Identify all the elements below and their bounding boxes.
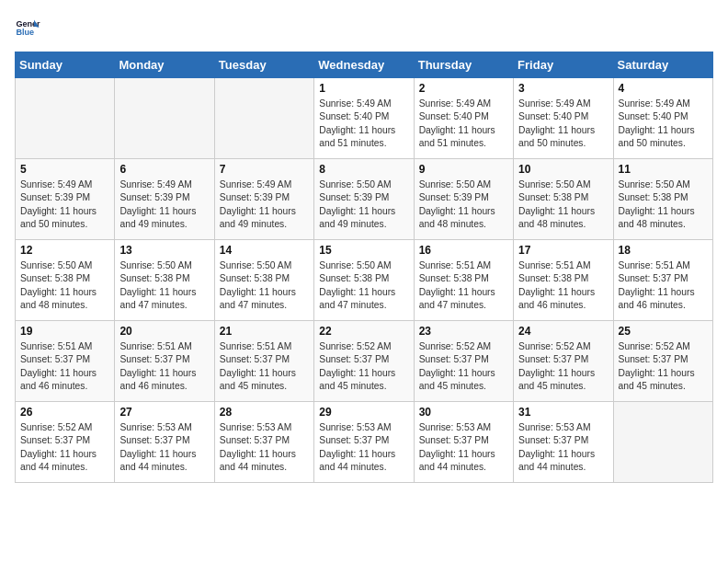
day-content: Sunrise: 5:49 AM Sunset: 5:39 PM Dayligh… xyxy=(119,178,209,232)
calendar-week-row: 19Sunrise: 5:51 AM Sunset: 5:37 PM Dayli… xyxy=(16,321,713,402)
day-number: 22 xyxy=(319,325,408,338)
logo-icon: General Blue xyxy=(15,15,40,40)
calendar-week-row: 26Sunrise: 5:52 AM Sunset: 5:37 PM Dayli… xyxy=(16,402,713,483)
logo: General Blue xyxy=(15,15,44,40)
day-number: 9 xyxy=(419,163,508,176)
day-content: Sunrise: 5:50 AM Sunset: 5:38 PM Dayligh… xyxy=(319,259,408,313)
day-number: 16 xyxy=(419,244,508,257)
calendar-cell: 25Sunrise: 5:52 AM Sunset: 5:37 PM Dayli… xyxy=(613,321,712,402)
calendar-cell xyxy=(16,78,115,159)
day-content: Sunrise: 5:50 AM Sunset: 5:38 PM Dayligh… xyxy=(619,178,708,232)
day-content: Sunrise: 5:49 AM Sunset: 5:40 PM Dayligh… xyxy=(619,98,708,151)
day-content: Sunrise: 5:53 AM Sunset: 5:37 PM Dayligh… xyxy=(518,421,608,475)
day-content: Sunrise: 5:50 AM Sunset: 5:38 PM Dayligh… xyxy=(20,259,109,313)
calendar-cell: 16Sunrise: 5:51 AM Sunset: 5:38 PM Dayli… xyxy=(414,240,513,321)
day-content: Sunrise: 5:53 AM Sunset: 5:37 PM Dayligh… xyxy=(220,421,309,475)
day-number: 31 xyxy=(518,406,608,419)
calendar-cell: 28Sunrise: 5:53 AM Sunset: 5:37 PM Dayli… xyxy=(214,402,313,483)
day-number: 8 xyxy=(319,163,408,176)
day-header-row: SundayMondayTuesdayWednesdayThursdayFrid… xyxy=(16,52,713,78)
day-content: Sunrise: 5:50 AM Sunset: 5:38 PM Dayligh… xyxy=(518,178,608,232)
day-content: Sunrise: 5:49 AM Sunset: 5:40 PM Dayligh… xyxy=(419,98,508,151)
day-number: 24 xyxy=(518,325,608,338)
day-number: 10 xyxy=(518,163,608,176)
day-content: Sunrise: 5:51 AM Sunset: 5:37 PM Dayligh… xyxy=(20,340,109,394)
calendar-cell: 11Sunrise: 5:50 AM Sunset: 5:38 PM Dayli… xyxy=(613,159,712,240)
calendar-cell: 18Sunrise: 5:51 AM Sunset: 5:37 PM Dayli… xyxy=(613,240,712,321)
day-content: Sunrise: 5:53 AM Sunset: 5:37 PM Dayligh… xyxy=(419,421,508,475)
calendar-cell xyxy=(214,78,313,159)
calendar-cell: 24Sunrise: 5:52 AM Sunset: 5:37 PM Dayli… xyxy=(514,321,613,402)
calendar-cell: 19Sunrise: 5:51 AM Sunset: 5:37 PM Dayli… xyxy=(16,321,115,402)
calendar-week-row: 12Sunrise: 5:50 AM Sunset: 5:38 PM Dayli… xyxy=(16,240,713,321)
day-number: 4 xyxy=(619,82,708,95)
day-content: Sunrise: 5:49 AM Sunset: 5:40 PM Dayligh… xyxy=(518,98,608,151)
day-number: 21 xyxy=(220,325,309,338)
day-content: Sunrise: 5:51 AM Sunset: 5:38 PM Dayligh… xyxy=(419,259,508,313)
page-header: General Blue xyxy=(15,15,713,40)
calendar-cell: 2Sunrise: 5:49 AM Sunset: 5:40 PM Daylig… xyxy=(414,78,513,159)
day-number: 30 xyxy=(419,406,508,419)
day-number: 14 xyxy=(220,244,309,257)
calendar-cell: 5Sunrise: 5:49 AM Sunset: 5:39 PM Daylig… xyxy=(16,159,115,240)
calendar-cell: 3Sunrise: 5:49 AM Sunset: 5:40 PM Daylig… xyxy=(514,78,613,159)
day-header-monday: Monday xyxy=(115,52,214,78)
day-content: Sunrise: 5:52 AM Sunset: 5:37 PM Dayligh… xyxy=(319,340,408,394)
calendar-cell: 31Sunrise: 5:53 AM Sunset: 5:37 PM Dayli… xyxy=(514,402,613,483)
calendar-table: SundayMondayTuesdayWednesdayThursdayFrid… xyxy=(15,52,713,483)
day-number: 25 xyxy=(619,325,708,338)
day-number: 15 xyxy=(319,244,408,257)
day-content: Sunrise: 5:52 AM Sunset: 5:37 PM Dayligh… xyxy=(419,340,508,394)
calendar-cell: 4Sunrise: 5:49 AM Sunset: 5:40 PM Daylig… xyxy=(613,78,712,159)
calendar-cell: 20Sunrise: 5:51 AM Sunset: 5:37 PM Dayli… xyxy=(115,321,214,402)
day-number: 6 xyxy=(119,163,209,176)
day-number: 29 xyxy=(319,406,408,419)
calendar-cell: 29Sunrise: 5:53 AM Sunset: 5:37 PM Dayli… xyxy=(314,402,414,483)
calendar-cell: 27Sunrise: 5:53 AM Sunset: 5:37 PM Dayli… xyxy=(115,402,214,483)
day-header-tuesday: Tuesday xyxy=(214,52,313,78)
day-content: Sunrise: 5:53 AM Sunset: 5:37 PM Dayligh… xyxy=(119,421,209,475)
day-number: 17 xyxy=(518,244,608,257)
day-number: 5 xyxy=(20,163,109,176)
calendar-cell: 21Sunrise: 5:51 AM Sunset: 5:37 PM Dayli… xyxy=(214,321,313,402)
calendar-cell: 30Sunrise: 5:53 AM Sunset: 5:37 PM Dayli… xyxy=(414,402,513,483)
day-content: Sunrise: 5:51 AM Sunset: 5:37 PM Dayligh… xyxy=(619,259,708,313)
day-header-thursday: Thursday xyxy=(414,52,513,78)
day-content: Sunrise: 5:52 AM Sunset: 5:37 PM Dayligh… xyxy=(20,421,109,475)
svg-text:Blue: Blue xyxy=(16,28,34,37)
calendar-cell: 26Sunrise: 5:52 AM Sunset: 5:37 PM Dayli… xyxy=(16,402,115,483)
day-content: Sunrise: 5:51 AM Sunset: 5:38 PM Dayligh… xyxy=(518,259,608,313)
calendar-cell xyxy=(613,402,712,483)
calendar-cell: 15Sunrise: 5:50 AM Sunset: 5:38 PM Dayli… xyxy=(314,240,414,321)
day-number: 3 xyxy=(518,82,608,95)
calendar-cell: 14Sunrise: 5:50 AM Sunset: 5:38 PM Dayli… xyxy=(214,240,313,321)
day-content: Sunrise: 5:53 AM Sunset: 5:37 PM Dayligh… xyxy=(319,421,408,475)
calendar-cell xyxy=(115,78,214,159)
day-number: 2 xyxy=(419,82,508,95)
calendar-week-row: 1Sunrise: 5:49 AM Sunset: 5:40 PM Daylig… xyxy=(16,78,713,159)
day-content: Sunrise: 5:52 AM Sunset: 5:37 PM Dayligh… xyxy=(619,340,708,394)
day-content: Sunrise: 5:49 AM Sunset: 5:39 PM Dayligh… xyxy=(20,178,109,232)
calendar-cell: 1Sunrise: 5:49 AM Sunset: 5:40 PM Daylig… xyxy=(314,78,414,159)
calendar-cell: 7Sunrise: 5:49 AM Sunset: 5:39 PM Daylig… xyxy=(214,159,313,240)
day-number: 28 xyxy=(220,406,309,419)
day-content: Sunrise: 5:51 AM Sunset: 5:37 PM Dayligh… xyxy=(220,340,309,394)
day-content: Sunrise: 5:50 AM Sunset: 5:38 PM Dayligh… xyxy=(119,259,209,313)
day-number: 19 xyxy=(20,325,109,338)
day-content: Sunrise: 5:50 AM Sunset: 5:39 PM Dayligh… xyxy=(419,178,508,232)
day-header-friday: Friday xyxy=(514,52,613,78)
day-content: Sunrise: 5:52 AM Sunset: 5:37 PM Dayligh… xyxy=(518,340,608,394)
day-number: 11 xyxy=(619,163,708,176)
day-number: 27 xyxy=(119,406,209,419)
calendar-cell: 12Sunrise: 5:50 AM Sunset: 5:38 PM Dayli… xyxy=(16,240,115,321)
day-header-saturday: Saturday xyxy=(613,52,712,78)
day-content: Sunrise: 5:49 AM Sunset: 5:39 PM Dayligh… xyxy=(220,178,309,232)
calendar-cell: 23Sunrise: 5:52 AM Sunset: 5:37 PM Dayli… xyxy=(414,321,513,402)
calendar-cell: 6Sunrise: 5:49 AM Sunset: 5:39 PM Daylig… xyxy=(115,159,214,240)
day-content: Sunrise: 5:49 AM Sunset: 5:40 PM Dayligh… xyxy=(319,98,408,151)
day-header-wednesday: Wednesday xyxy=(314,52,414,78)
calendar-week-row: 5Sunrise: 5:49 AM Sunset: 5:39 PM Daylig… xyxy=(16,159,713,240)
day-number: 1 xyxy=(319,82,408,95)
calendar-cell: 9Sunrise: 5:50 AM Sunset: 5:39 PM Daylig… xyxy=(414,159,513,240)
day-number: 7 xyxy=(220,163,309,176)
